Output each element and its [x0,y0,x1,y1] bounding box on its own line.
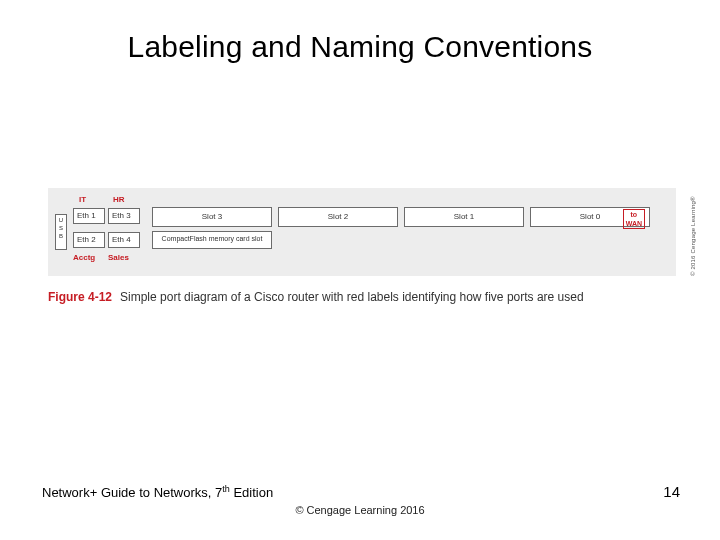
to-wan-label: to WAN [623,209,645,229]
compactflash-slot: CompactFlash memory card slot [152,231,272,249]
port-eth4-label: Eth 4 [112,235,131,244]
to-wan-line1: to [626,210,642,219]
page-number: 14 [663,483,680,500]
to-wan-line2: WAN [626,219,642,228]
figure-caption-text: Simple port diagram of a Cisco router wi… [120,290,584,304]
port-eth1-label: Eth 1 [77,211,96,220]
slot-1: Slot 1 [404,207,524,227]
footer-book-b: Edition [230,485,273,500]
label-acctg: Acctg [73,254,95,262]
footer-book-sup: th [222,484,230,494]
slide-title: Labeling and Naming Conventions [0,30,720,64]
figure-4-12: U S B IT HR Eth 1 Eth 3 Eth 2 Eth 4 Acct… [48,188,676,304]
usb-letter: U [56,217,66,223]
usb-letter: B [56,233,66,239]
footer-book-a: Network+ Guide to Networks, 7 [42,485,222,500]
port-eth4: Eth 4 [108,232,140,248]
port-eth1: Eth 1 [73,208,105,224]
slot-2-label: Slot 2 [279,212,397,221]
compactflash-label: CompactFlash memory card slot [153,235,271,242]
label-hr: HR [113,196,125,204]
router-diagram: U S B IT HR Eth 1 Eth 3 Eth 2 Eth 4 Acct… [48,188,676,276]
figure-number: Figure 4-12 [48,290,112,304]
port-eth3: Eth 3 [108,208,140,224]
diagram-credit: © 2016 Cengage Learning® [690,188,696,276]
label-sales: Sales [108,254,129,262]
slot-0: Slot 0 to WAN [530,207,650,227]
slot-3-label: Slot 3 [153,212,271,221]
port-eth3-label: Eth 3 [112,211,131,220]
port-eth2-label: Eth 2 [77,235,96,244]
footer-book-title: Network+ Guide to Networks, 7th Edition [42,484,273,500]
figure-caption: Figure 4-12Simple port diagram of a Cisc… [48,290,676,304]
label-it: IT [79,196,86,204]
slot-2: Slot 2 [278,207,398,227]
slot-3: Slot 3 [152,207,272,227]
footer-copyright: © Cengage Learning 2016 [0,504,720,516]
usb-letter: S [56,225,66,231]
usb-port-box: U S B [55,214,67,250]
port-eth2: Eth 2 [73,232,105,248]
slot-1-label: Slot 1 [405,212,523,221]
